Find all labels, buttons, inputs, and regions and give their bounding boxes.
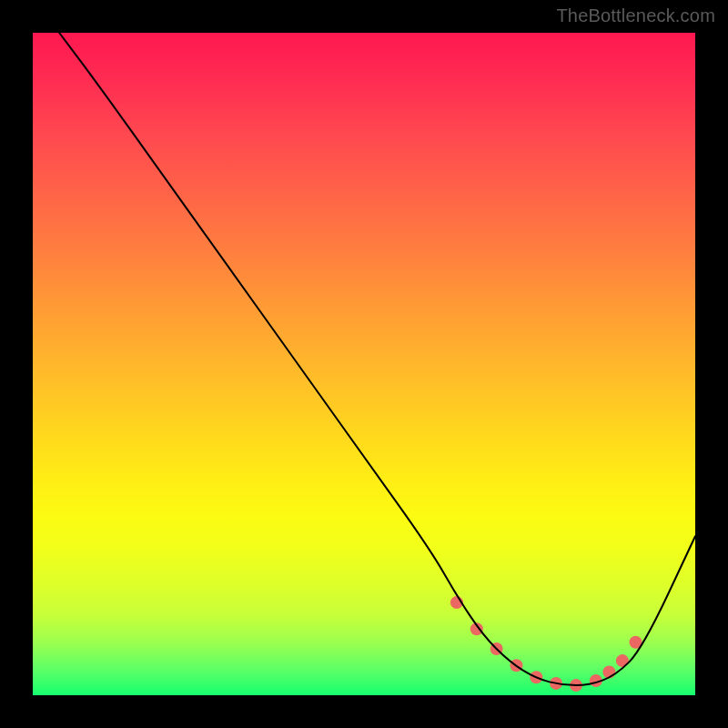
chart-overlay-svg [33,33,695,695]
chart-markers-group [450,596,642,692]
chart-curve-line [59,33,695,685]
watermark-text: TheBottleneck.com [556,5,715,26]
chart-gradient-background [33,33,695,695]
